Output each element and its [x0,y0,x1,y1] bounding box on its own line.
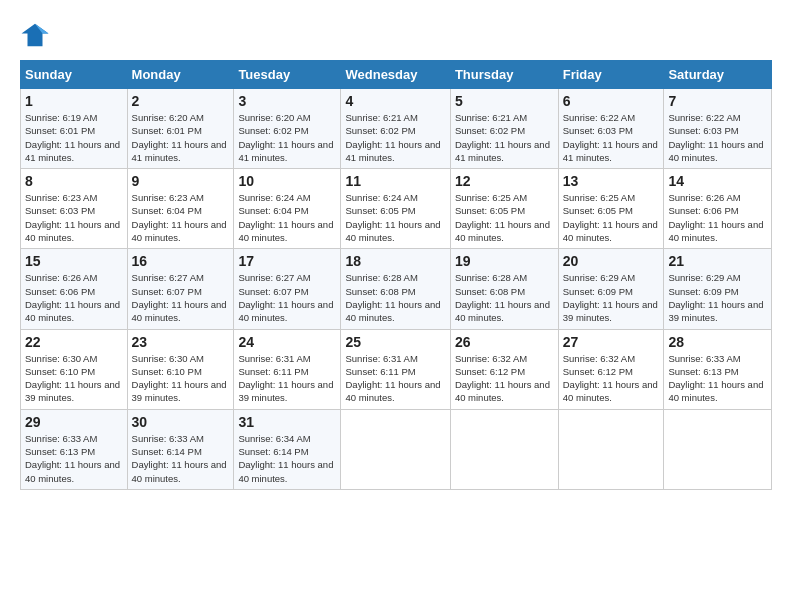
day-detail: Sunrise: 6:25 AMSunset: 6:05 PMDaylight:… [455,191,554,244]
calendar-cell: 29Sunrise: 6:33 AMSunset: 6:13 PMDayligh… [21,409,128,489]
day-detail: Sunrise: 6:31 AMSunset: 6:11 PMDaylight:… [345,352,445,405]
calendar-cell: 27Sunrise: 6:32 AMSunset: 6:12 PMDayligh… [558,329,664,409]
day-detail: Sunrise: 6:33 AMSunset: 6:14 PMDaylight:… [132,432,230,485]
calendar-cell: 1Sunrise: 6:19 AMSunset: 6:01 PMDaylight… [21,89,128,169]
day-number: 9 [132,173,230,189]
calendar-cell: 17Sunrise: 6:27 AMSunset: 6:07 PMDayligh… [234,249,341,329]
calendar-cell: 22Sunrise: 6:30 AMSunset: 6:10 PMDayligh… [21,329,128,409]
calendar-cell: 6Sunrise: 6:22 AMSunset: 6:03 PMDaylight… [558,89,664,169]
day-number: 21 [668,253,767,269]
header-day: Monday [127,61,234,89]
day-detail: Sunrise: 6:29 AMSunset: 6:09 PMDaylight:… [668,271,767,324]
day-number: 19 [455,253,554,269]
day-detail: Sunrise: 6:28 AMSunset: 6:08 PMDaylight:… [455,271,554,324]
day-number: 17 [238,253,336,269]
calendar-cell [341,409,450,489]
calendar-cell [664,409,772,489]
day-number: 20 [563,253,660,269]
day-number: 30 [132,414,230,430]
calendar-week-row: 1Sunrise: 6:19 AMSunset: 6:01 PMDaylight… [21,89,772,169]
day-detail: Sunrise: 6:26 AMSunset: 6:06 PMDaylight:… [668,191,767,244]
svg-marker-0 [22,24,49,47]
day-detail: Sunrise: 6:24 AMSunset: 6:05 PMDaylight:… [345,191,445,244]
calendar-header: SundayMondayTuesdayWednesdayThursdayFrid… [21,61,772,89]
day-detail: Sunrise: 6:24 AMSunset: 6:04 PMDaylight:… [238,191,336,244]
calendar-cell: 15Sunrise: 6:26 AMSunset: 6:06 PMDayligh… [21,249,128,329]
calendar-cell: 24Sunrise: 6:31 AMSunset: 6:11 PMDayligh… [234,329,341,409]
header-day: Friday [558,61,664,89]
day-number: 11 [345,173,445,189]
day-number: 26 [455,334,554,350]
calendar-cell: 13Sunrise: 6:25 AMSunset: 6:05 PMDayligh… [558,169,664,249]
day-number: 28 [668,334,767,350]
day-number: 7 [668,93,767,109]
day-detail: Sunrise: 6:19 AMSunset: 6:01 PMDaylight:… [25,111,123,164]
day-number: 12 [455,173,554,189]
day-number: 2 [132,93,230,109]
calendar-week-row: 22Sunrise: 6:30 AMSunset: 6:10 PMDayligh… [21,329,772,409]
day-number: 25 [345,334,445,350]
day-detail: Sunrise: 6:30 AMSunset: 6:10 PMDaylight:… [25,352,123,405]
day-number: 29 [25,414,123,430]
calendar-cell: 5Sunrise: 6:21 AMSunset: 6:02 PMDaylight… [450,89,558,169]
calendar-cell: 26Sunrise: 6:32 AMSunset: 6:12 PMDayligh… [450,329,558,409]
day-detail: Sunrise: 6:29 AMSunset: 6:09 PMDaylight:… [563,271,660,324]
day-detail: Sunrise: 6:25 AMSunset: 6:05 PMDaylight:… [563,191,660,244]
calendar-cell: 31Sunrise: 6:34 AMSunset: 6:14 PMDayligh… [234,409,341,489]
calendar-table: SundayMondayTuesdayWednesdayThursdayFrid… [20,60,772,490]
day-detail: Sunrise: 6:21 AMSunset: 6:02 PMDaylight:… [345,111,445,164]
day-number: 16 [132,253,230,269]
calendar-body: 1Sunrise: 6:19 AMSunset: 6:01 PMDaylight… [21,89,772,490]
day-number: 27 [563,334,660,350]
calendar-cell: 10Sunrise: 6:24 AMSunset: 6:04 PMDayligh… [234,169,341,249]
day-detail: Sunrise: 6:32 AMSunset: 6:12 PMDaylight:… [455,352,554,405]
day-number: 22 [25,334,123,350]
calendar-week-row: 15Sunrise: 6:26 AMSunset: 6:06 PMDayligh… [21,249,772,329]
calendar-cell: 20Sunrise: 6:29 AMSunset: 6:09 PMDayligh… [558,249,664,329]
header-day: Saturday [664,61,772,89]
day-detail: Sunrise: 6:23 AMSunset: 6:04 PMDaylight:… [132,191,230,244]
day-number: 5 [455,93,554,109]
calendar-cell: 18Sunrise: 6:28 AMSunset: 6:08 PMDayligh… [341,249,450,329]
logo-icon [20,20,50,50]
calendar-cell: 3Sunrise: 6:20 AMSunset: 6:02 PMDaylight… [234,89,341,169]
day-detail: Sunrise: 6:30 AMSunset: 6:10 PMDaylight:… [132,352,230,405]
calendar-cell: 16Sunrise: 6:27 AMSunset: 6:07 PMDayligh… [127,249,234,329]
calendar-cell: 9Sunrise: 6:23 AMSunset: 6:04 PMDaylight… [127,169,234,249]
calendar-cell: 14Sunrise: 6:26 AMSunset: 6:06 PMDayligh… [664,169,772,249]
day-number: 15 [25,253,123,269]
day-detail: Sunrise: 6:21 AMSunset: 6:02 PMDaylight:… [455,111,554,164]
calendar-cell: 11Sunrise: 6:24 AMSunset: 6:05 PMDayligh… [341,169,450,249]
page-header [20,20,772,50]
calendar-cell: 12Sunrise: 6:25 AMSunset: 6:05 PMDayligh… [450,169,558,249]
day-detail: Sunrise: 6:20 AMSunset: 6:02 PMDaylight:… [238,111,336,164]
day-detail: Sunrise: 6:33 AMSunset: 6:13 PMDaylight:… [668,352,767,405]
calendar-cell: 4Sunrise: 6:21 AMSunset: 6:02 PMDaylight… [341,89,450,169]
day-detail: Sunrise: 6:27 AMSunset: 6:07 PMDaylight:… [238,271,336,324]
day-number: 10 [238,173,336,189]
calendar-cell [558,409,664,489]
header-row: SundayMondayTuesdayWednesdayThursdayFrid… [21,61,772,89]
day-number: 4 [345,93,445,109]
header-day: Sunday [21,61,128,89]
day-number: 8 [25,173,123,189]
day-detail: Sunrise: 6:23 AMSunset: 6:03 PMDaylight:… [25,191,123,244]
day-number: 13 [563,173,660,189]
logo [20,20,54,50]
day-detail: Sunrise: 6:20 AMSunset: 6:01 PMDaylight:… [132,111,230,164]
calendar-week-row: 8Sunrise: 6:23 AMSunset: 6:03 PMDaylight… [21,169,772,249]
day-number: 31 [238,414,336,430]
calendar-cell: 28Sunrise: 6:33 AMSunset: 6:13 PMDayligh… [664,329,772,409]
day-number: 3 [238,93,336,109]
calendar-cell: 23Sunrise: 6:30 AMSunset: 6:10 PMDayligh… [127,329,234,409]
calendar-cell: 25Sunrise: 6:31 AMSunset: 6:11 PMDayligh… [341,329,450,409]
day-number: 24 [238,334,336,350]
calendar-cell: 8Sunrise: 6:23 AMSunset: 6:03 PMDaylight… [21,169,128,249]
header-day: Thursday [450,61,558,89]
day-detail: Sunrise: 6:28 AMSunset: 6:08 PMDaylight:… [345,271,445,324]
calendar-week-row: 29Sunrise: 6:33 AMSunset: 6:13 PMDayligh… [21,409,772,489]
header-day: Wednesday [341,61,450,89]
calendar-cell: 21Sunrise: 6:29 AMSunset: 6:09 PMDayligh… [664,249,772,329]
calendar-cell: 7Sunrise: 6:22 AMSunset: 6:03 PMDaylight… [664,89,772,169]
day-number: 18 [345,253,445,269]
